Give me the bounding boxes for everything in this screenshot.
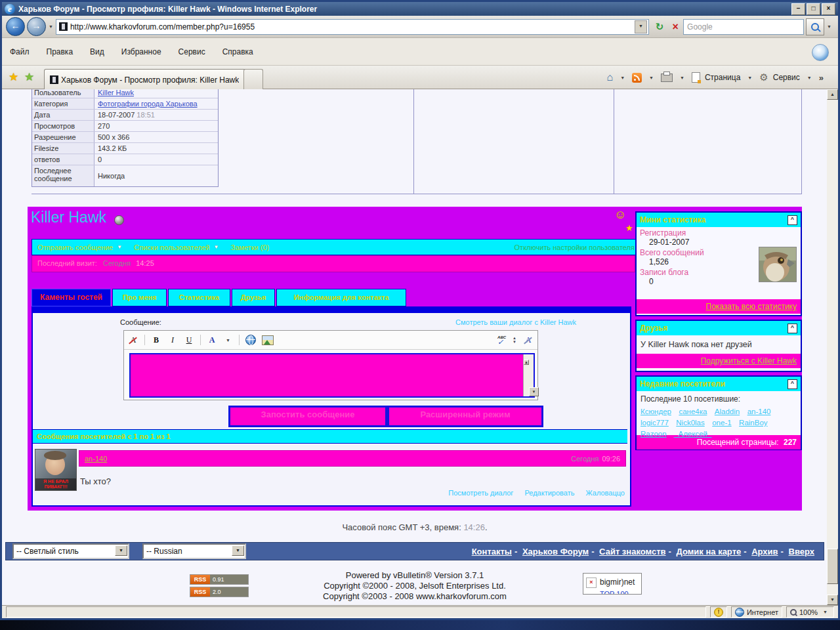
show-all-stats-link[interactable]: Показать всю статистику [706, 302, 797, 311]
disable-style-link[interactable]: Отключить настройки пользователя [514, 243, 635, 251]
insert-link-icon[interactable] [245, 335, 256, 345]
back-button[interactable]: ← [6, 17, 25, 36]
new-tab-stub[interactable] [243, 69, 263, 90]
befriend-link[interactable]: Подружиться с Killer Hawk [701, 356, 797, 366]
active-browser-tab[interactable]: Харьков Форум - Просмотр профиля: Killer… [44, 69, 250, 90]
visitor-link[interactable]: logic777 [640, 419, 669, 427]
map-link[interactable]: Домик на карте [677, 547, 742, 556]
menu-edit[interactable]: Правка [47, 47, 74, 56]
visitor-link[interactable]: Aladdin [715, 408, 740, 415]
send-message-link[interactable]: Отправить сообщение [37, 243, 113, 251]
insert-image-icon[interactable] [262, 335, 274, 345]
zoom-dropdown-icon[interactable]: ▼ [823, 610, 828, 614]
close-button[interactable]: × [822, 3, 835, 15]
visitor-link[interactable]: Nick0las [676, 419, 704, 427]
minimize-button[interactable]: – [791, 3, 805, 15]
user-link[interactable]: Killer Hawk [98, 89, 134, 96]
visitor-link[interactable]: _Алексей_ [674, 430, 711, 438]
edit-link[interactable]: Редактировать [524, 489, 574, 497]
rss-badge[interactable]: RSS 2.0 [190, 587, 249, 597]
page-dropdown-icon[interactable]: ▼ [747, 75, 752, 80]
post-message-button[interactable]: Запостить сообщение [228, 406, 387, 427]
vertical-scrollbar[interactable]: ▲ ▼ [827, 89, 838, 605]
user-lists-link[interactable]: Списки пользователей [134, 243, 210, 251]
rss-dropdown-icon[interactable]: ▼ [649, 75, 654, 80]
collapse-icon[interactable]: ^ [788, 324, 797, 333]
view-dialog-link[interactable]: Смотреть ваши диалог с Killer Hawk [455, 318, 576, 326]
scroll-down-icon[interactable]: ▼ [529, 387, 539, 396]
report-link[interactable]: Жаловаццо [586, 489, 625, 497]
visitor-link[interactable]: RainBoy [739, 419, 767, 427]
message-textarea[interactable]: ▲ ▼ [129, 353, 535, 398]
select-dropdown-icon[interactable]: ▼ [232, 545, 244, 556]
menu-view[interactable]: Вид [90, 47, 104, 56]
tab-guest-comments[interactable]: Каменты гостей [32, 289, 111, 306]
menu-help[interactable]: Справка [222, 47, 253, 56]
underline-icon[interactable]: U [184, 335, 194, 345]
menu-tools[interactable]: Сервис [178, 47, 205, 56]
user-lists-dropdown-icon[interactable]: ▼ [214, 244, 219, 250]
collapse-icon[interactable]: ^ [788, 215, 797, 225]
advanced-mode-button[interactable]: Расширенный режим [387, 406, 543, 427]
collapse-icon[interactable]: ^ [788, 379, 797, 389]
view-conversation-link[interactable]: Посмотреть диалог [448, 489, 513, 497]
italic-icon[interactable]: I [167, 335, 178, 345]
url-text[interactable]: http://www.kharkovforum.com/member.php?u… [70, 22, 635, 32]
print-dropdown-icon[interactable]: ▼ [680, 75, 684, 80]
zoom-segment[interactable]: 100% ▼ [786, 606, 834, 618]
gear-icon[interactable]: ⚙ [759, 72, 768, 83]
send-message-dropdown-icon[interactable]: ▼ [117, 244, 122, 250]
forward-button[interactable]: → [27, 17, 46, 36]
rss-badge[interactable]: RSS 0.91 [190, 574, 249, 585]
stop-button[interactable]: × [667, 19, 683, 35]
address-dropdown-icon[interactable]: ▼ [635, 20, 647, 33]
category-link[interactable]: Фотографии города Харькова [98, 100, 198, 108]
tools-button[interactable]: Сервис [773, 73, 800, 82]
scroll-up-icon[interactable]: ▲ [524, 360, 529, 365]
contacts-link[interactable]: Контакты [472, 547, 512, 556]
menu-favorites[interactable]: Избранное [121, 47, 161, 56]
font-color-icon[interactable]: A [207, 335, 217, 345]
refresh-button[interactable]: ↻ [652, 19, 667, 35]
home-icon[interactable]: ⌂ [606, 72, 613, 83]
tab-about-me[interactable]: Про меня [112, 289, 167, 306]
textarea-scrollbar[interactable]: ▲ ▼ [523, 354, 534, 396]
favorites-star-icon[interactable]: ★ [9, 70, 18, 84]
language-select[interactable]: -- Russian ▼ [142, 543, 246, 559]
tab-friends[interactable]: Друзья [232, 289, 275, 306]
remove-format-icon[interactable]: A [128, 335, 138, 345]
visitor-link[interactable]: one-1 [712, 419, 731, 427]
archive-link[interactable]: Архив [751, 547, 778, 556]
resize-editor-icon[interactable]: ▲▼ [513, 336, 516, 344]
select-dropdown-icon[interactable]: ▼ [115, 545, 127, 556]
search-input[interactable]: Google [683, 19, 804, 35]
tab-contact-info[interactable]: Информация для контакта [276, 289, 406, 306]
more-commands-icon[interactable]: » [819, 73, 824, 83]
dating-site-link[interactable]: Сайт знакомств [599, 547, 665, 556]
home-dropdown-icon[interactable]: ▼ [620, 75, 625, 80]
tools-dropdown-icon[interactable]: ▼ [807, 75, 812, 80]
rss-icon[interactable] [632, 73, 642, 83]
visitor-author-link[interactable]: an-140 [85, 455, 107, 463]
counter-badge[interactable]: × bigmir)net TOP 100 [583, 573, 642, 595]
maximize-button[interactable]: □ [807, 3, 820, 15]
scrollbar-down-icon[interactable]: ▼ [827, 595, 838, 605]
page-icon[interactable] [692, 72, 700, 83]
search-dropdown-icon[interactable]: ▼ [827, 24, 831, 29]
bold-icon[interactable]: B [151, 335, 161, 345]
top-link[interactable]: Вверх [789, 547, 814, 556]
address-bar[interactable]: http://www.kharkovforum.com/member.php?u… [56, 19, 649, 35]
menu-file[interactable]: Файл [10, 47, 30, 56]
visitor-link[interactable]: an-140 [747, 408, 771, 415]
forum-link[interactable]: Харьков Форум [522, 547, 589, 556]
scrollbar-thumb[interactable] [827, 549, 838, 584]
add-favorite-icon[interactable]: ★ [24, 71, 34, 83]
print-icon[interactable] [661, 74, 673, 82]
history-dropdown-icon[interactable]: ▼ [49, 24, 53, 29]
spellcheck-icon[interactable]: ABC✓ [497, 335, 506, 345]
page-button[interactable]: Страница [705, 73, 740, 82]
style-select[interactable]: -- Светлый стиль ▼ [12, 543, 129, 559]
visitor-link[interactable]: Ксюндер [640, 408, 671, 415]
visitor-link[interactable]: Razoon [640, 430, 667, 438]
search-button[interactable] [806, 18, 824, 35]
